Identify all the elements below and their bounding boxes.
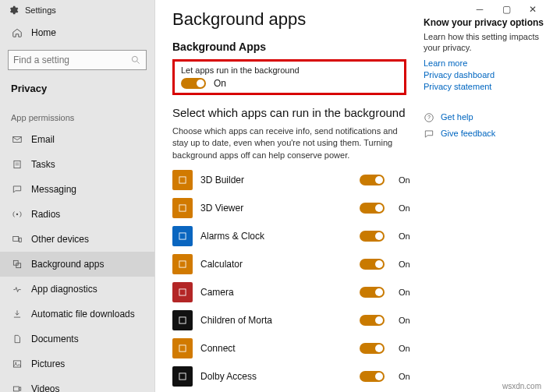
app-toggle[interactable] [360,259,385,270]
app-toggle[interactable] [360,287,385,298]
app-icon [172,366,193,387]
master-toggle-state: On [214,78,226,89]
select-heading: Select which apps can run in the backgro… [172,106,414,119]
app-toggle-state: On [399,372,410,381]
svg-point-6 [16,214,18,215]
home-nav[interactable]: Home [0,20,154,45]
pictures-icon [11,358,23,370]
search-input[interactable] [13,55,130,65]
app-toggle-state: On [399,260,410,269]
master-toggle[interactable] [181,78,206,89]
svg-point-12 [15,362,16,364]
search-icon [130,55,141,65]
app-toggle-state: On [399,316,410,325]
master-toggle-caption: Let apps run in the background [181,65,398,75]
app-toggle[interactable] [360,315,385,326]
sidebar-item-messaging[interactable]: Messaging [0,177,154,202]
watermark: wsxdn.com [502,382,541,390]
svg-rect-13 [13,387,19,391]
maximize-button[interactable]: ▢ [493,0,519,19]
download-icon [11,308,23,320]
app-icon [172,282,193,302]
sidebar-item-videos[interactable]: Videos [0,376,154,392]
svg-rect-17 [179,261,186,267]
get-help-link[interactable]: Get help [441,112,473,122]
app-name: Connect [200,343,360,354]
app-toggle[interactable] [360,371,385,382]
app-icon [172,254,193,274]
master-toggle-highlight: Let apps run in the background On [172,59,406,95]
app-name: Alarms & Clock [200,231,360,242]
app-row: ConnectOn [172,334,414,362]
sidebar-item-label: Other devices [31,234,89,245]
get-help-row[interactable]: ? Get help [424,112,546,124]
svg-rect-7 [13,237,19,242]
sidebar-item-tasks[interactable]: Tasks [0,152,154,177]
link-privacy-dashboard[interactable]: Privacy dashboard [424,70,546,79]
app-name: Dolby Access [200,371,360,382]
home-label: Home [31,27,56,38]
svg-rect-8 [19,238,21,242]
window-controls: ─ ▢ ✕ [466,0,546,19]
app-name: Camera [200,287,360,298]
section-heading: App permissions [0,102,154,127]
app-title-text: Settings [25,5,56,15]
app-toggle[interactable] [360,231,385,242]
link-privacy-statement[interactable]: Privacy statement [424,82,546,91]
sidebar-item-label: Messaging [31,184,76,195]
sidebar-item-other-devices[interactable]: Other devices [0,227,154,252]
sidebar-item-label: Tasks [31,159,55,170]
sidebar-item-auto-downloads[interactable]: Automatic file downloads [0,302,154,327]
close-button[interactable]: ✕ [519,0,546,19]
app-icon [172,226,193,246]
app-row: Children of MortaOn [172,306,414,334]
sidebar-item-label: Automatic file downloads [31,309,135,320]
svg-text:?: ? [427,115,431,120]
search-box[interactable] [8,50,147,70]
svg-rect-21 [179,373,186,380]
give-feedback-link[interactable]: Give feedback [441,129,495,138]
app-row: CameraOn [172,278,414,306]
link-learn-more[interactable]: Learn more [424,58,546,68]
documents-icon [11,333,23,345]
sidebar-item-label: Pictures [31,358,65,369]
svg-rect-15 [179,205,186,211]
app-toggle-state: On [399,288,410,297]
sidebar-item-documents[interactable]: Documents [0,327,154,351]
section-title: Background Apps [172,41,414,53]
sidebar-item-radios[interactable]: Radios [0,202,154,227]
app-list: 3D BuilderOn3D ViewerOnAlarms & ClockOnC… [172,166,414,390]
sidebar-item-label: App diagnostics [31,284,98,295]
svg-rect-11 [13,361,20,367]
svg-rect-9 [13,260,18,265]
home-icon [11,26,23,39]
app-toggle[interactable] [360,175,385,185]
give-feedback-row[interactable]: Give feedback [424,129,546,140]
app-row: 3D BuilderOn [172,166,414,194]
sidebar: Settings Home Privacy App permissions Em… [0,0,155,392]
sidebar-item-label: Email [31,134,55,145]
app-title: Settings [0,0,154,20]
privacy-options-title: Know your privacy options [424,17,546,28]
minimize-button[interactable]: ─ [466,0,493,19]
sidebar-item-background-apps[interactable]: Background apps [0,252,154,277]
messaging-icon [11,183,23,196]
svg-rect-19 [179,317,186,323]
svg-point-0 [132,56,137,62]
sidebar-item-pictures[interactable]: Pictures [0,351,154,376]
app-icon [172,338,193,358]
radios-icon [11,208,23,221]
svg-rect-10 [16,263,21,268]
sidebar-item-email[interactable]: Email [0,127,154,152]
sidebar-item-app-diagnostics[interactable]: App diagnostics [0,277,154,302]
app-name: Calculator [200,259,360,270]
app-toggle-state: On [399,175,410,185]
app-toggle[interactable] [360,203,385,214]
app-toggle[interactable] [360,343,385,354]
privacy-options-text: Learn how this setting impacts your priv… [424,31,546,54]
app-row: Dolby AccessOn [172,362,414,390]
sidebar-item-label: Videos [31,383,59,392]
tasks-icon [11,158,23,171]
background-apps-icon [11,258,23,270]
devices-icon [11,233,23,245]
